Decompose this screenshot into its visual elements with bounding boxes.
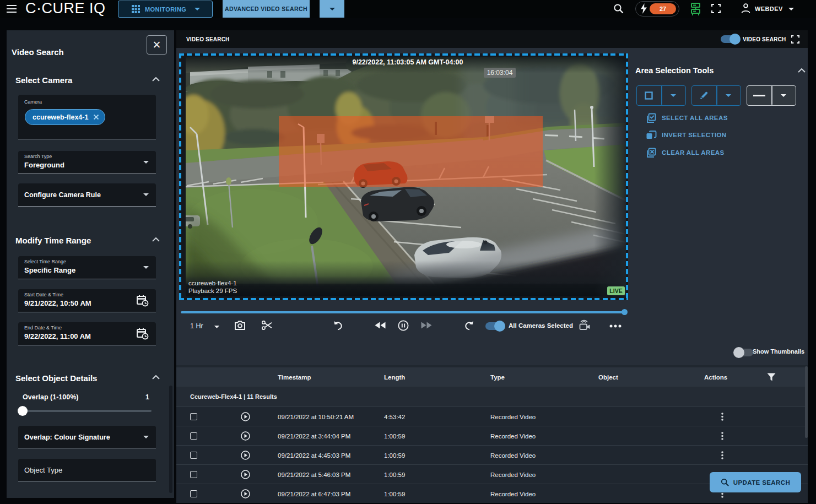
svg-text:Playback 29 FPS: Playback 29 FPS bbox=[188, 288, 237, 294]
svg-text:16:03:04: 16:03:04 bbox=[487, 69, 513, 77]
svg-text:ccureweb-flex4-1: ccureweb-flex4-1 bbox=[188, 280, 237, 286]
svg-text:9/22/2022, 11:03:05 AM GMT-04:: 9/22/2022, 11:03:05 AM GMT-04:00 bbox=[352, 58, 463, 66]
svg-text:LIVE: LIVE bbox=[609, 288, 622, 294]
